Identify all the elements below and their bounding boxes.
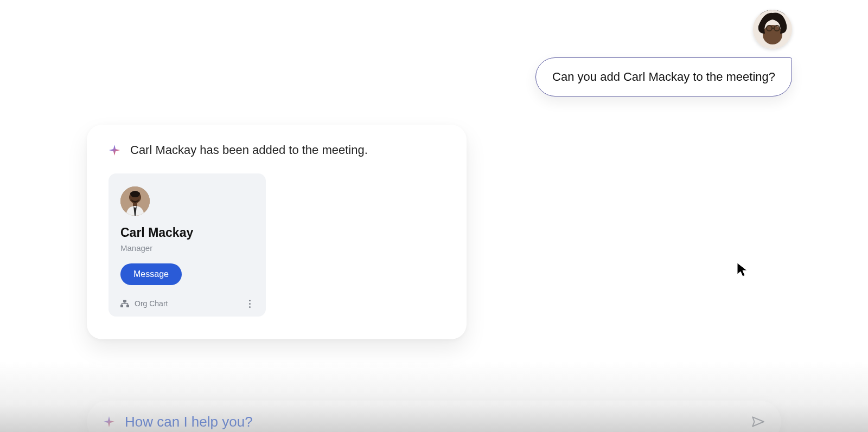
contact-card-footer: Org Chart — [120, 299, 254, 308]
contact-avatar-image — [120, 186, 150, 216]
user-avatar — [753, 10, 792, 49]
prompt-input-bar[interactable]: How can I help you? — [87, 401, 781, 432]
svg-rect-9 — [120, 305, 123, 307]
mouse-cursor-icon — [737, 262, 749, 278]
message-button[interactable]: Message — [120, 263, 182, 285]
sparkle-icon — [103, 416, 115, 428]
contact-avatar — [120, 186, 150, 216]
contact-role: Manager — [120, 243, 254, 253]
svg-rect-10 — [126, 305, 129, 307]
user-message-text: Can you add Carl Mackay to the meeting? — [552, 70, 775, 83]
assistant-header: Carl Mackay has been added to the meetin… — [108, 143, 445, 157]
assistant-confirmation-text: Carl Mackay has been added to the meetin… — [130, 143, 368, 157]
org-chart-link[interactable]: Org Chart — [120, 299, 168, 308]
svg-rect-8 — [123, 300, 126, 302]
org-chart-label: Org Chart — [135, 299, 168, 308]
org-chart-icon — [120, 300, 129, 307]
assistant-response-card: Carl Mackay has been added to the meetin… — [87, 125, 467, 339]
send-icon[interactable] — [751, 415, 765, 429]
more-options-button[interactable] — [245, 299, 254, 308]
contact-name: Carl Mackay — [120, 225, 254, 240]
contact-card: Carl Mackay Manager Message Org Chart — [108, 173, 266, 317]
sparkle-icon — [108, 144, 120, 156]
user-message-bubble: Can you add Carl Mackay to the meeting? — [535, 57, 792, 96]
user-avatar-image — [753, 10, 792, 49]
prompt-placeholder: How can I help you? — [125, 414, 741, 430]
